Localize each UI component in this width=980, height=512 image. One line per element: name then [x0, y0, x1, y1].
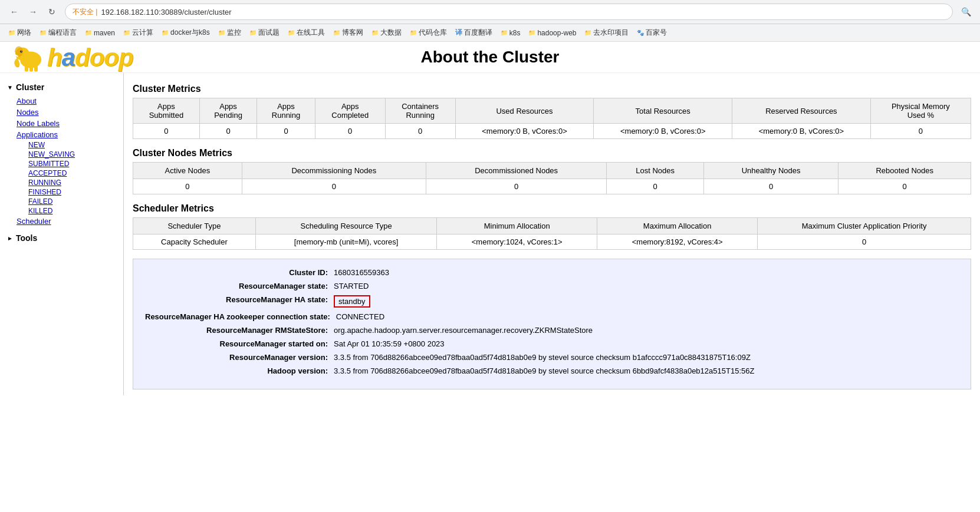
val-apps-submitted: 0	[133, 124, 200, 139]
sidebar-item-about[interactable]: About	[12, 95, 123, 107]
bookmark-hadoop-web[interactable]: 📁 hadoop-web	[525, 27, 580, 39]
cluster-nodes-metrics-row: 0 0 0 0 0 0	[133, 179, 971, 194]
rm-state-label: ResourceManager state:	[145, 282, 334, 290]
val-total-resources: <memory:0 B, vCores:0>	[594, 124, 732, 139]
sidebar-item-accepted[interactable]: ACCEPTED	[24, 169, 123, 178]
scheduler-metrics-row: Capacity Scheduler [memory-mb (unit=Mi),…	[133, 234, 971, 250]
sidebar-item-nodes[interactable]: Nodes	[12, 107, 123, 118]
folder-icon: 📁	[333, 29, 340, 36]
col-active-nodes: Active Nodes	[133, 163, 242, 179]
cluster-metrics-title: Cluster Metrics	[133, 84, 971, 94]
bookmark-代码仓库[interactable]: 📁 代码仓库	[406, 26, 450, 39]
bookmark-编程语言[interactable]: 📁 编程语言	[36, 26, 80, 39]
col-apps-completed: AppsCompleted	[315, 98, 385, 124]
sidebar-item-new-saving[interactable]: NEW_SAVING	[24, 150, 123, 159]
hadoop-logo: hadoop	[12, 41, 133, 74]
url-bar[interactable]: 不安全 | 192.168.182.110:30889/cluster/clus…	[65, 4, 953, 20]
cluster-info: Cluster ID: 1680316559363 ResourceManage…	[133, 259, 971, 389]
refresh-button[interactable]: ↻	[44, 4, 60, 20]
val-used-resources: <memory:0 B, vCores:0>	[455, 124, 594, 139]
sidebar-item-finished[interactable]: FINISHED	[24, 187, 123, 197]
bookmark-百度翻译[interactable]: 译 百度翻译	[452, 26, 496, 39]
sidebar-item-failed[interactable]: FAILED	[24, 197, 123, 206]
cluster-id-label: Cluster ID:	[145, 268, 334, 277]
folder-icon: 📁	[123, 29, 130, 36]
rm-started-label: ResourceManager started on:	[145, 339, 334, 348]
rm-version-label: ResourceManager version:	[145, 353, 334, 362]
rm-ha-zk-row: ResourceManager HA zookeeper connection …	[145, 312, 959, 321]
bookmark-博客网[interactable]: 📁 博客网	[330, 26, 367, 39]
forward-button[interactable]: →	[25, 4, 41, 20]
hadoop-version-value: 3.3.5 from 706d88266abcee09ed78fbaa0ad5f…	[334, 366, 754, 375]
sidebar-item-node-labels[interactable]: Node Labels	[12, 118, 123, 129]
bookmark-百家号[interactable]: 🐾 百家号	[633, 26, 670, 39]
col-rebooted-nodes: Rebooted Nodes	[838, 163, 971, 179]
arrow-down-icon: ▼	[7, 84, 13, 91]
col-maximum-allocation: Maximum Allocation	[597, 218, 758, 234]
back-button[interactable]: ←	[6, 4, 22, 20]
bookmark-docker与k8s[interactable]: 📁 docker与k8s	[158, 26, 213, 39]
cluster-metrics-row: 0 0 0 0 0 <memory:0 B, vCores:0> <memory…	[133, 124, 971, 139]
bookmark-云计算[interactable]: 📁 云计算	[120, 26, 157, 39]
tools-section: ► Tools	[0, 230, 123, 246]
sidebar-item-submitted[interactable]: SUBMITTED	[24, 159, 123, 169]
hadoop-version-row: Hadoop version: 3.3.5 from 706d88266abce…	[145, 366, 959, 375]
val-containers-running: 0	[385, 124, 455, 139]
col-physical-used: Physical MemoryUsed %	[870, 98, 971, 124]
bookmark-大数据[interactable]: 📁 大数据	[368, 26, 405, 39]
sidebar-item-applications[interactable]: Applications	[12, 129, 123, 140]
col-minimum-allocation: Minimum Allocation	[437, 218, 597, 234]
url-text: 192.168.182.110:30889/cluster/cluster	[101, 8, 231, 16]
folder-icon: 📁	[85, 29, 92, 36]
sidebar-item-scheduler[interactable]: Scheduler	[12, 216, 123, 227]
bookmark-k8s[interactable]: 📁 k8s	[497, 27, 524, 39]
cluster-metrics-table: AppsSubmitted AppsPending AppsRunning Ap…	[133, 98, 971, 139]
bookmark-在线工具[interactable]: 📁 在线工具	[284, 26, 328, 39]
cluster-section-title[interactable]: ▼ Cluster	[0, 79, 123, 95]
val-rebooted-nodes: 0	[838, 179, 971, 194]
rm-started-value: Sat Apr 01 10:35:59 +0800 2023	[334, 339, 445, 348]
page-wrapper: hadoop About the Cluster ▼ Cluster About…	[0, 42, 980, 395]
bookmark-监控[interactable]: 📁 监控	[215, 26, 245, 39]
arrow-right-icon: ►	[7, 235, 13, 242]
col-decommissioned-nodes: Decommissioned Nodes	[426, 163, 607, 179]
val-apps-pending: 0	[199, 124, 256, 139]
rm-state-store-value: org.apache.hadoop.yarn.server.resourcema…	[334, 326, 593, 335]
col-apps-submitted: AppsSubmitted	[133, 98, 200, 124]
sidebar-item-new[interactable]: NEW	[24, 140, 123, 150]
folder-icon: 📁	[288, 29, 295, 36]
rm-ha-state-value: standby	[334, 295, 370, 308]
tools-section-title[interactable]: ► Tools	[0, 230, 123, 246]
val-decommissioning-nodes: 0	[242, 179, 426, 194]
browser-bar: ← → ↻ 不安全 | 192.168.182.110:30889/cluste…	[0, 0, 980, 24]
val-maximum-allocation: <memory:8192, vCores:4>	[597, 234, 758, 250]
translate-icon: 译	[455, 28, 462, 38]
folder-icon: 📁	[162, 29, 169, 36]
bookmark-面试题[interactable]: 📁 面试题	[246, 26, 283, 39]
app-states-list: NEW NEW_SAVING SUBMITTED ACCEPTED RUNNIN…	[12, 140, 123, 216]
search-button[interactable]: 🔍	[958, 4, 974, 20]
logo-area: hadoop	[12, 41, 133, 74]
rm-version-row: ResourceManager version: 3.3.5 from 706d…	[145, 353, 959, 362]
val-apps-running: 0	[257, 124, 315, 139]
folder-icon: 📁	[249, 29, 256, 36]
val-minimum-allocation: <memory:1024, vCores:1>	[437, 234, 597, 250]
val-active-nodes: 0	[133, 179, 242, 194]
bookmark-maven[interactable]: 📁 maven	[81, 27, 119, 39]
cluster-id-value: 1680316559363	[334, 268, 389, 277]
svg-point-3	[20, 51, 22, 53]
col-reserved-resources: Reserved Resources	[732, 98, 871, 124]
sidebar-item-running[interactable]: RUNNING	[24, 178, 123, 187]
col-total-resources: Total Resources	[594, 98, 732, 124]
bookmark-去水印项目[interactable]: 📁 去水印项目	[581, 26, 632, 39]
cluster-nodes-metrics-title: Cluster Nodes Metrics	[133, 148, 971, 158]
rm-ha-zk-label: ResourceManager HA zookeeper connection …	[145, 312, 336, 321]
col-apps-running: AppsRunning	[257, 98, 315, 124]
cluster-links: About Nodes Node Labels Applications NEW…	[0, 95, 123, 227]
col-containers-running: ContainersRunning	[385, 98, 455, 124]
elephant-icon	[12, 41, 47, 74]
hadoop-version-label: Hadoop version:	[145, 366, 334, 375]
bookmark-网络[interactable]: 📁 网络	[5, 26, 35, 39]
sidebar-item-killed[interactable]: KILLED	[24, 206, 123, 216]
val-scheduler-type: Capacity Scheduler	[133, 234, 256, 250]
